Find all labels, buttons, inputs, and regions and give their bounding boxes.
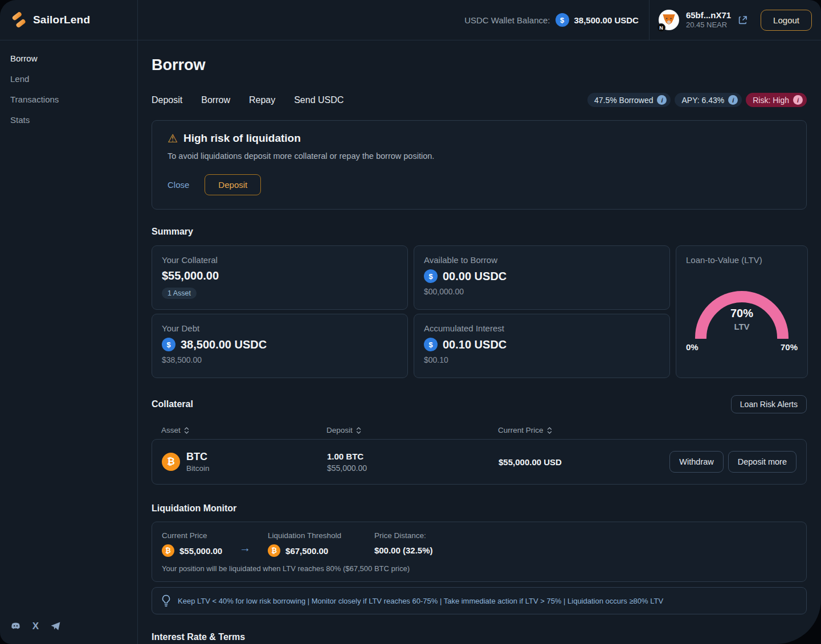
info-icon[interactable]: i (657, 95, 667, 105)
alert-title: High risk of liquidation (183, 132, 301, 145)
tab-repay[interactable]: Repay (249, 95, 275, 105)
summary-grid: Your Collateral $55,000.00 1 Asset Avail… (152, 245, 807, 378)
wallet-balance-value: 38,500.00 USDC (574, 15, 639, 25)
collateral-row-btc: ₿ BTC Bitcoin 1.00 BTC $55,000.00 $55,00… (152, 439, 807, 485)
ltv-value: 70% (691, 307, 793, 320)
collateral-table-header: Asset Deposit Current Price (152, 426, 807, 434)
page-title: Borrow (152, 56, 807, 74)
tab-send-usdc[interactable]: Send USDC (294, 95, 344, 105)
ltv-max-label: 70% (781, 342, 798, 352)
borrow-page: Borrow Deposit Borrow Repay Send USDC 47… (138, 40, 821, 644)
debt-card-label: Your Debt (162, 323, 398, 333)
withdraw-button[interactable]: Withdraw (669, 451, 723, 473)
sort-icon (356, 427, 361, 434)
sort-icon (184, 427, 189, 434)
debt-card-value: 38,500.00 USDC (181, 338, 267, 351)
current-price-value: $55,000.00 USD (499, 457, 669, 467)
avatar: N (659, 10, 679, 30)
sidebar-item-borrow[interactable]: Borrow (0, 48, 137, 69)
brand-name: SailorLend (33, 14, 90, 26)
current-price-label: Current Price (162, 531, 222, 540)
sidebar-item-lend[interactable]: Lend (0, 69, 137, 89)
warning-icon: ⚠ (168, 133, 178, 144)
asset-symbol: BTC (186, 451, 210, 463)
apy-badge: APY: 6.43% i (675, 93, 742, 107)
tab-deposit[interactable]: Deposit (152, 95, 182, 105)
usdc-icon: $ (424, 269, 438, 283)
brand: SailorLend (0, 0, 137, 40)
available-card-label: Available to Borrow (424, 255, 660, 265)
account-address: 65bf...nX71 (686, 10, 731, 21)
liquidation-monitor-heading: Liquidation Monitor (152, 503, 807, 514)
ltv-card: Loan-to-Value (LTV) 70% LTV (676, 245, 808, 378)
column-asset[interactable]: Asset (161, 426, 326, 434)
alert-close-button[interactable]: Close (168, 180, 189, 190)
ltv-tip-text: Keep LTV < 40% for low risk borrowing | … (178, 597, 663, 605)
usdc-icon: $ (424, 338, 438, 351)
liquidation-threshold-label: Liquidation Threshold (268, 531, 341, 540)
telegram-icon[interactable] (50, 621, 61, 631)
info-icon[interactable]: i (793, 95, 803, 105)
interest-terms-heading: Interest Rate & Terms (152, 632, 807, 642)
btc-icon: ₿ (162, 453, 180, 471)
external-link-icon[interactable] (738, 15, 748, 25)
apy-badge-label: APY: 6.43% (681, 96, 724, 105)
interest-card-sub: $00.10 (424, 355, 660, 364)
usdc-icon: $ (555, 13, 569, 27)
deposit-more-button[interactable]: Deposit more (728, 451, 797, 473)
btc-icon: ₿ (162, 544, 174, 557)
ltv-caption: LTV (691, 322, 793, 331)
action-tabs: Deposit Borrow Repay Send USDC (152, 95, 344, 105)
logout-button[interactable]: Logout (761, 10, 812, 31)
summary-heading: Summary (152, 227, 807, 237)
sidebar-item-transactions[interactable]: Transactions (0, 89, 137, 110)
info-icon[interactable]: i (728, 95, 738, 105)
liquidation-threshold-value: $67,500.00 (285, 546, 328, 556)
account-near-balance: 20.45 NEAR (686, 20, 731, 30)
interest-card-value: 00.10 USDC (443, 338, 507, 351)
price-distance-label: Price Distance: (374, 531, 433, 540)
risk-badge: Risk: High i (746, 93, 807, 107)
account-chip[interactable]: N 65bf...nX71 20.45 NEAR (650, 10, 757, 30)
discord-icon[interactable] (10, 621, 21, 631)
borrowed-badge: 47.5% Borrowed i (587, 93, 671, 107)
social-links: X (0, 621, 137, 644)
available-card-sub: $00,000.00 (424, 287, 660, 296)
wallet-balance-label: USDC Wallet Balance: (464, 15, 550, 25)
asset-count-badge: 1 Asset (162, 288, 197, 299)
x-twitter-icon[interactable]: X (30, 621, 41, 631)
collateral-card-label: Your Collateral (162, 255, 398, 265)
interest-card-label: Accumulated Interest (424, 323, 660, 333)
ltv-min-label: 0% (686, 342, 699, 352)
near-badge-icon: N (657, 23, 665, 32)
debt-card: Your Debt $ 38,500.00 USDC $38,500.00 (152, 314, 408, 378)
loan-risk-alerts-button[interactable]: Loan Risk Alerts (731, 395, 807, 413)
collateral-card-value: $55,000.00 (162, 269, 398, 282)
debt-card-sub: $38,500.00 (162, 355, 398, 364)
liquidation-note: Your position will be liquidated when LT… (162, 564, 797, 573)
sidebar: SailorLend Borrow Lend Transactions Stat… (0, 0, 138, 644)
price-distance-value: $00.00 (32.5%) (374, 545, 433, 555)
tab-borrow[interactable]: Borrow (201, 95, 230, 105)
sidebar-item-stats[interactable]: Stats (0, 110, 137, 130)
column-current-price-label: Current Price (498, 426, 544, 434)
deposit-usd: $55,000.00 (327, 463, 499, 473)
risk-badge-label: Risk: High (753, 96, 789, 105)
asset-name: Bitcoin (186, 464, 210, 473)
collateral-card: Your Collateral $55,000.00 1 Asset (152, 245, 408, 310)
btc-icon: ₿ (268, 544, 280, 557)
liquidation-monitor-card: Current Price ₿ $55,000.00 → Liquidation… (152, 522, 807, 582)
lightbulb-icon (161, 594, 171, 607)
alert-deposit-button[interactable]: Deposit (205, 174, 261, 195)
ltv-tip-banner: Keep LTV < 40% for low risk borrowing | … (152, 587, 807, 614)
accumulated-interest-card: Accumulated Interest $ 00.10 USDC $00.10 (414, 314, 670, 378)
available-card-value: 00.00 USDC (443, 270, 507, 283)
sailorlend-logo-icon (10, 11, 27, 28)
column-current-price[interactable]: Current Price (498, 426, 552, 434)
ltv-gauge: 70% LTV (691, 284, 793, 339)
column-deposit[interactable]: Deposit (326, 426, 498, 434)
usdc-icon: $ (162, 338, 175, 351)
arrow-right-icon: → (239, 542, 251, 555)
liquidation-alert: ⚠ High risk of liquidation To avoid liqu… (152, 120, 807, 210)
borrowed-badge-label: 47.5% Borrowed (594, 96, 653, 105)
